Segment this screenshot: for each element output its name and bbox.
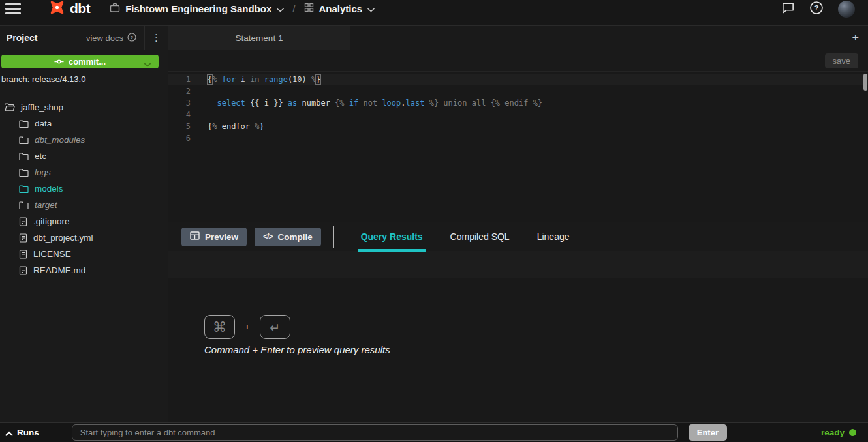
chevron-up-icon <box>5 427 13 439</box>
sidebar-kebab-menu[interactable]: ⋮ <box>144 26 168 50</box>
folder-open-icon <box>5 103 15 111</box>
chevron-down-icon <box>277 3 284 15</box>
folder-icon <box>19 136 29 144</box>
compile-button[interactable]: </> Compile <box>255 228 321 246</box>
file-tree: jaffle_shopdatadbt_modulesetclogsmodelst… <box>0 91 168 278</box>
tree-item-dbt_project.yml[interactable]: dbt_project.yml <box>0 229 168 246</box>
view-docs-link[interactable]: view docs ? <box>78 26 144 50</box>
tree-item-LICENSE[interactable]: LICENSE <box>0 246 168 262</box>
command-key-icon: ⌘ <box>204 315 235 339</box>
grid-icon <box>304 3 314 15</box>
tree-item-dbt_modules[interactable]: dbt_modules <box>0 132 168 148</box>
sidebar-title: Project <box>0 33 37 43</box>
dbt-command-input[interactable] <box>72 424 678 441</box>
tree-item-models[interactable]: models <box>0 181 168 197</box>
line-content <box>197 132 208 144</box>
account-name: Fishtown Engineering Sandbox <box>125 3 271 14</box>
status-indicator: ready <box>821 428 856 437</box>
command-bar: Runs Enter ready <box>0 422 868 442</box>
file-icon <box>19 217 27 226</box>
account-selector[interactable]: Fishtown Engineering Sandbox <box>110 3 284 16</box>
status-label: ready <box>821 428 845 437</box>
tree-item-README.md[interactable]: README.md <box>0 262 168 278</box>
code-editor[interactable]: 1{% for i in range(10) %}23 select {{ i … <box>168 72 868 222</box>
breadcrumb-separator: / <box>292 3 295 14</box>
tree-item-etc[interactable]: etc <box>0 148 168 164</box>
tree-item-jaffle_shop[interactable]: jaffle_shop <box>0 99 168 115</box>
preview-button[interactable]: Preview <box>181 228 247 246</box>
editor-scrollbar[interactable] <box>863 72 868 222</box>
editor-tab-bar: Statement 1 + <box>168 26 868 50</box>
hamburger-menu-icon[interactable] <box>5 3 21 14</box>
code-line-6[interactable]: 6 <box>168 132 868 144</box>
question-circle-icon: ? <box>127 33 136 44</box>
line-content <box>197 85 208 97</box>
tab-query-results[interactable]: Query Results <box>347 222 437 252</box>
line-content <box>197 109 208 121</box>
help-icon[interactable]: ? <box>809 1 824 18</box>
file-icon <box>19 266 27 275</box>
line-number: 3 <box>168 97 197 109</box>
code-icon: </> <box>263 232 272 241</box>
folder-icon <box>19 169 29 177</box>
save-button[interactable]: save <box>825 53 858 68</box>
code-line-1[interactable]: 1{% for i in range(10) %} <box>168 74 868 85</box>
project-selector[interactable]: Analytics <box>304 3 375 15</box>
folder-icon <box>19 185 29 193</box>
status-dot-icon <box>849 429 856 436</box>
runs-toggle[interactable]: Runs <box>5 427 39 439</box>
line-content: {% for i in range(10) %} <box>197 74 320 85</box>
dbt-logo-icon <box>48 0 66 19</box>
branch-label: branch: release/4.13.0 <box>1 74 168 84</box>
code-lines: 1{% for i in range(10) %}23 select {{ i … <box>168 74 868 144</box>
active-tab-underline <box>358 249 426 252</box>
tab-lineage[interactable]: Lineage <box>523 222 583 252</box>
line-content: {% endfor %} <box>197 121 264 132</box>
line-number: 1 <box>168 74 197 85</box>
enter-button[interactable]: Enter <box>689 424 727 441</box>
dbt-logo: dbt <box>48 0 90 19</box>
tree-item-logs[interactable]: logs <box>0 164 168 181</box>
tab-compiled-sql[interactable]: Compiled SQL <box>437 222 523 252</box>
commit-dropdown-chevron-icon[interactable] <box>144 59 151 69</box>
folder-icon <box>19 120 29 128</box>
line-number: 6 <box>168 132 197 144</box>
tab-statement-1[interactable]: Statement 1 <box>168 26 350 50</box>
line-content: select {{ i }} as number {% if not loop.… <box>197 97 542 109</box>
svg-text:?: ? <box>814 4 819 12</box>
line-number: 2 <box>168 85 197 97</box>
code-line-3[interactable]: 3 select {{ i }} as number {% if not loo… <box>168 97 868 109</box>
top-bar: dbt Fishtown Engineering Sandbox / Analy… <box>0 0 868 26</box>
project-sidebar: Project view docs ? ⋮ <box>0 26 168 422</box>
user-avatar[interactable] <box>838 1 855 18</box>
file-icon <box>19 250 27 259</box>
results-empty-state: ⌘ + ↵ Command + Enter to preview query r… <box>168 278 868 422</box>
file-icon <box>19 233 27 243</box>
tree-item-.gitignore[interactable]: .gitignore <box>0 213 168 229</box>
git-commit-icon <box>54 57 64 66</box>
briefcase-icon <box>110 3 120 16</box>
svg-text:?: ? <box>131 35 134 40</box>
code-line-5[interactable]: 5{% endfor %} <box>168 121 868 132</box>
line-number: 5 <box>168 121 197 132</box>
code-line-4[interactable]: 4 <box>168 109 868 121</box>
table-icon <box>190 231 200 242</box>
chat-icon[interactable] <box>781 1 795 17</box>
enter-key-icon: ↵ <box>260 315 290 339</box>
commit-button[interactable]: commit... <box>1 55 159 68</box>
editor-scrollbar-thumb[interactable] <box>863 74 867 91</box>
editor-action-row: save <box>168 50 868 72</box>
tree-item-target[interactable]: target <box>0 197 168 213</box>
folder-icon <box>19 153 29 160</box>
folder-icon <box>19 201 29 209</box>
results-tabs: Query ResultsCompiled SQLLineage <box>347 222 583 252</box>
results-header-placeholder <box>168 251 868 278</box>
indent-guide <box>209 86 209 112</box>
results-toolbar: Preview </> Compile Query ResultsCompile… <box>168 222 868 251</box>
toolbar-divider <box>333 226 334 248</box>
chevron-down-icon <box>367 3 375 15</box>
tree-item-data[interactable]: data <box>0 115 168 132</box>
new-tab-button[interactable]: + <box>852 26 868 50</box>
line-number: 4 <box>168 109 197 121</box>
code-line-2[interactable]: 2 <box>168 85 868 97</box>
